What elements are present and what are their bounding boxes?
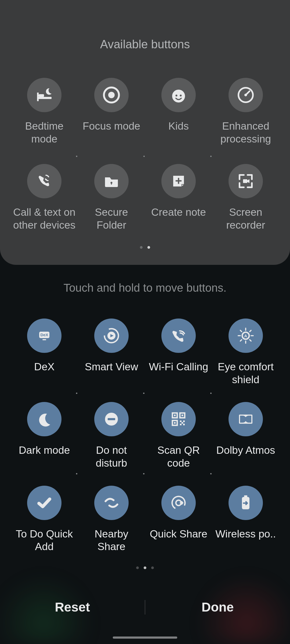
grid-separator [76, 156, 77, 157]
tile-label: Smart View [85, 360, 138, 373]
kid-face-icon [161, 78, 196, 112]
tile-label: Wi-Fi Calling [149, 360, 208, 373]
gauge-icon [229, 78, 263, 112]
svg-line-29 [250, 330, 251, 332]
tile-nearby-share[interactable]: Nearby Share [78, 486, 145, 553]
tile-bedtime-mode[interactable]: Bedtime mode [11, 78, 78, 145]
tile-label: Create note [151, 206, 206, 219]
tile-eye-comfort-shield[interactable]: A Eye comfort shield [212, 319, 279, 386]
tile-do-not-disturb[interactable]: Do not disturb [78, 402, 145, 469]
svg-rect-12 [111, 183, 112, 185]
tile-wireless-power[interactable]: Wireless po.. [212, 486, 279, 553]
minus-circle-icon [94, 402, 129, 436]
navigation-handle[interactable] [113, 636, 177, 639]
tile-create-note[interactable]: Create note [145, 164, 212, 231]
tile-scan-qr-code[interactable]: Scan QR code [145, 402, 212, 469]
bottom-action-bar: Reset Done [0, 594, 290, 620]
tile-kids[interactable]: Kids [145, 78, 212, 145]
svg-point-45 [170, 494, 187, 512]
tile-label: Kids [168, 120, 189, 133]
svg-rect-42 [183, 424, 185, 425]
done-button[interactable]: Done [145, 594, 290, 620]
nearby-share-icon [94, 486, 129, 520]
quick-share-icon [161, 486, 196, 520]
instruction-text: Touch and hold to move buttons. [0, 281, 290, 294]
svg-rect-48 [244, 495, 247, 497]
tile-secure-folder[interactable]: Secure Folder [78, 164, 145, 231]
tile-dolby-atmos[interactable]: Dolby Atmos [212, 402, 279, 469]
tile-to-do-quick-add[interactable]: To Do Quick Add [11, 486, 78, 553]
tile-label: To Do Quick Add [12, 528, 77, 553]
moon-icon [27, 402, 61, 436]
tile-label: Call & text on other devices [12, 206, 77, 231]
svg-rect-0 [37, 97, 52, 99]
active-buttons-panel: DeX DeX Smart View [0, 319, 290, 569]
reset-button[interactable]: Reset [0, 594, 145, 620]
svg-text:A: A [244, 334, 247, 338]
tile-screen-recorder[interactable]: Screen recorder [212, 164, 279, 231]
active-grid: DeX DeX Smart View [11, 319, 279, 553]
svg-rect-43 [182, 422, 183, 424]
svg-rect-37 [182, 415, 183, 416]
svg-line-28 [250, 340, 251, 341]
grid-separator [210, 473, 212, 474]
bed-moon-icon [27, 78, 61, 112]
page-dot-active [147, 246, 150, 249]
grid-separator [143, 393, 144, 394]
svg-rect-39 [180, 420, 182, 422]
tile-label: Focus mode [83, 120, 140, 133]
grid-separator [210, 156, 212, 157]
grid-separator [210, 393, 212, 394]
note-plus-icon [161, 164, 196, 198]
svg-rect-40 [183, 420, 185, 422]
tile-label: Scan QR code [146, 444, 211, 469]
svg-point-4 [108, 92, 115, 98]
qr-icon [161, 402, 196, 436]
svg-rect-32 [108, 418, 115, 420]
svg-line-30 [240, 340, 242, 341]
grid-separator [76, 473, 77, 474]
tile-label: Eye comfort shield [213, 360, 278, 386]
svg-text:DeX: DeX [40, 332, 48, 337]
eye-comfort-icon: A [229, 319, 263, 353]
tile-label: DeX [34, 360, 55, 373]
tile-label: Do not disturb [79, 444, 144, 469]
available-page-indicator[interactable] [0, 246, 290, 249]
dolby-icon [229, 402, 263, 436]
svg-rect-1 [37, 93, 39, 101]
tile-call-text-other-devices[interactable]: Call & text on other devices [11, 164, 78, 231]
svg-point-10 [244, 94, 247, 96]
battery-share-icon [229, 486, 263, 520]
tile-label: Nearby Share [79, 528, 144, 553]
svg-rect-17 [42, 339, 46, 340]
svg-rect-38 [174, 422, 176, 424]
folder-lock-icon [94, 164, 129, 198]
svg-point-6 [176, 95, 177, 97]
svg-point-7 [180, 95, 182, 97]
grid-separator [143, 473, 144, 474]
screen-record-icon [229, 164, 263, 198]
tile-enhanced-processing[interactable]: Enhanced processing [212, 78, 279, 145]
active-page-indicator[interactable] [11, 566, 279, 569]
phone-wifi-icon [161, 319, 196, 353]
tile-quick-share[interactable]: Quick Share [145, 486, 212, 553]
tile-label: Quick Share [150, 528, 208, 540]
tile-wifi-calling[interactable]: Wi-Fi Calling [145, 319, 212, 386]
panel-title: Available buttons [0, 38, 290, 51]
tile-label: Secure Folder [79, 206, 144, 231]
check-icon [27, 486, 61, 520]
tile-dark-mode[interactable]: Dark mode [11, 402, 78, 469]
tile-label: Wireless po.. [215, 528, 276, 540]
grid-separator [76, 393, 77, 394]
available-grid: Bedtime mode Focus mode [0, 78, 290, 231]
svg-rect-2 [39, 94, 44, 97]
tile-dex[interactable]: DeX DeX [11, 319, 78, 386]
page-dot-active [144, 566, 146, 569]
tile-label: Enhanced processing [213, 120, 278, 145]
phone-sync-icon [27, 164, 61, 198]
tile-focus-mode[interactable]: Focus mode [78, 78, 145, 145]
tile-label: Dark mode [19, 444, 70, 457]
page-dot [136, 566, 139, 569]
svg-rect-41 [180, 424, 182, 425]
tile-smart-view[interactable]: Smart View [78, 319, 145, 386]
